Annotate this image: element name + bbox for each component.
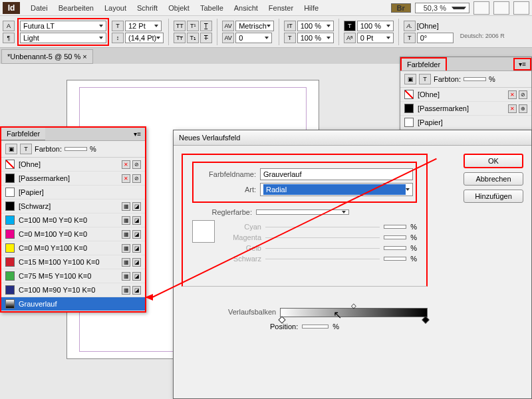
swatch-row[interactable]: [Papier] [1,186,145,200]
swatch-row-selected[interactable]: Grauverlauf [1,297,145,311]
skew-select[interactable]: 0° [417,33,454,43]
swatches-panel-left: Farbfelder ▾≡ ▣ T Farbton: % [Ohne]✕⊘[Pa… [0,126,146,313]
menu-datei[interactable]: Datei [25,4,53,12]
swatch-row[interactable]: C=75 M=5 Y=100 K=0▦◪ [1,269,145,283]
menu-hilfe[interactable]: Hilfe [299,4,324,12]
menu-tabelle[interactable]: Tabelle [195,4,229,12]
swatch-row[interactable]: C=0 M=100 Y=0 K=0▦◪ [1,227,145,241]
menu-ansicht[interactable]: Ansicht [229,4,263,12]
regler-select[interactable] [256,209,349,215]
para-format-icon[interactable]: ¶ [3,33,15,43]
swatch-color-icon [5,243,15,253]
fill-swatch-icon[interactable]: ▣ [404,74,416,84]
mode-icon: ◪ [132,286,141,295]
screen-icon[interactable] [493,1,509,15]
midpoint-icon[interactable]: ◇ [351,302,356,309]
swatch-row[interactable]: [Passermarken]✕⊕ [400,102,531,116]
swatch-row[interactable]: [Passermarken]✕⊘ [1,172,145,186]
hscale-select[interactable]: 100 % [297,33,334,43]
lock-icon: ✕ [508,104,517,113]
gradient-swatch-icon [5,299,15,309]
pct: % [410,244,417,252]
swatch-row[interactable]: C=100 M=0 Y=0 K=0▦◪ [1,213,145,227]
document-tab[interactable]: *Unbenannt-5 @ 50 % × [1,49,93,64]
panel-menu-icon[interactable]: ▾≡ [513,58,531,70]
pct: % [410,223,417,231]
fill-icon[interactable]: T [344,21,356,31]
leading-select[interactable]: (14,4 Pt) [125,33,164,43]
mode-icon: ◪ [132,230,141,239]
menu-objekt[interactable]: Objekt [163,4,195,12]
pct: % [410,233,417,241]
kerning-select[interactable]: Metrisch [235,21,274,31]
arrange-icon[interactable] [513,1,529,15]
reg-icon: ⊕ [519,104,527,113]
small-icon[interactable]: Tᴛ [174,33,186,43]
sub-icon[interactable]: T₁ [187,33,199,43]
swatch-name: C=100 M=90 Y=10 K=0 [19,286,95,294]
sup-icon[interactable]: T¹ [187,21,199,31]
strike-icon[interactable]: T̶ [200,33,212,43]
mode-icon: ◪ [132,272,141,281]
noedit-icon: ⊘ [519,90,527,99]
farbton-input[interactable] [65,147,87,151]
underline-icon[interactable]: T̲ [200,21,212,31]
magenta-input[interactable] [384,235,406,239]
add-button[interactable]: Hinzufügen [464,190,523,203]
name-input[interactable] [260,168,413,180]
baseline-select[interactable]: 0 Pt [357,33,394,43]
schwarz-input[interactable] [384,257,406,261]
lang-label: Deutsch: 2006 R [460,33,505,43]
font-size-select[interactable]: 12 Pt [125,21,162,31]
position-input[interactable] [302,325,329,329]
swatch-color-icon [5,257,15,267]
menu-fenster[interactable]: Fenster [263,4,299,12]
gelb-label: Gelb [221,244,261,252]
swatch-row[interactable]: [Ohne]✕⊘ [1,158,145,172]
gradient-ramp[interactable]: ◇ [280,308,428,317]
menu-bearbeiten[interactable]: Bearbeiten [53,4,99,12]
mode-icon: ◪ [132,258,141,267]
menu-schrift[interactable]: Schrift [132,4,163,12]
tracking-select[interactable]: 0 [235,33,272,43]
cyan-input[interactable] [384,225,406,229]
cancel-button[interactable]: Abbrechen [464,172,523,186]
fill-swatch-icon[interactable]: ▣ [5,144,17,154]
stroke-swatch-icon[interactable]: T [419,74,431,84]
font-style-select[interactable]: Light [20,33,106,43]
swatch-row[interactable]: C=100 M=90 Y=10 K=0▦◪ [1,283,145,297]
vscale-select[interactable]: 100 % [297,21,334,31]
regler-label: Reglerfarbe: [192,208,252,216]
swatch-row[interactable]: [Papier] [400,116,531,130]
swatch-row[interactable]: [Schwarz]▦◪ [1,200,145,213]
scale3-select[interactable]: 100 % [357,21,394,31]
swatches-tab[interactable]: Farbfelder [1,128,45,140]
hscale-icon: T [284,33,296,43]
cyan-label: Cyan [221,223,261,231]
farbton-input[interactable] [464,77,486,81]
panel-menu-icon[interactable]: ▾≡ [130,129,145,139]
zoom-select[interactable]: 50,3 % [415,3,469,13]
gelb-input[interactable] [384,246,406,250]
type-icon: ▦ [122,230,130,239]
stroke-swatch-icon[interactable]: T [20,144,32,154]
view-icon[interactable] [473,1,489,15]
swatch-row[interactable]: C=15 M=100 Y=100 K=0▦◪ [1,255,145,269]
close-icon[interactable]: × [82,53,86,61]
caps-icon[interactable]: TT [174,21,186,31]
mode-icon: ◪ [132,202,141,211]
type-icon: ▦ [122,258,130,267]
new-gradient-dialog: Neues Verlaufsfeld Farbfeldname: Art:Rad… [173,130,532,399]
swatch-list-left: [Ohne]✕⊘[Passermarken]✕⊘[Papier][Schwarz… [1,158,145,297]
art-select[interactable]: Radial [260,183,413,196]
swatch-color-icon [404,118,414,127]
swatch-name: C=15 M=100 Y=100 K=0 [19,258,100,266]
font-family-select[interactable]: Futura LT [20,21,106,31]
char-format-icon[interactable]: A [3,21,15,31]
swatch-row[interactable]: [Ohne]✕⊘ [400,88,531,102]
bridge-button[interactable]: Br [391,3,411,13]
swatches-tab[interactable]: Farbfelder [400,57,447,70]
swatch-row[interactable]: C=0 M=0 Y=100 K=0▦◪ [1,241,145,255]
menu-layout[interactable]: Layout [99,4,132,12]
ok-button[interactable]: OK [464,154,523,168]
